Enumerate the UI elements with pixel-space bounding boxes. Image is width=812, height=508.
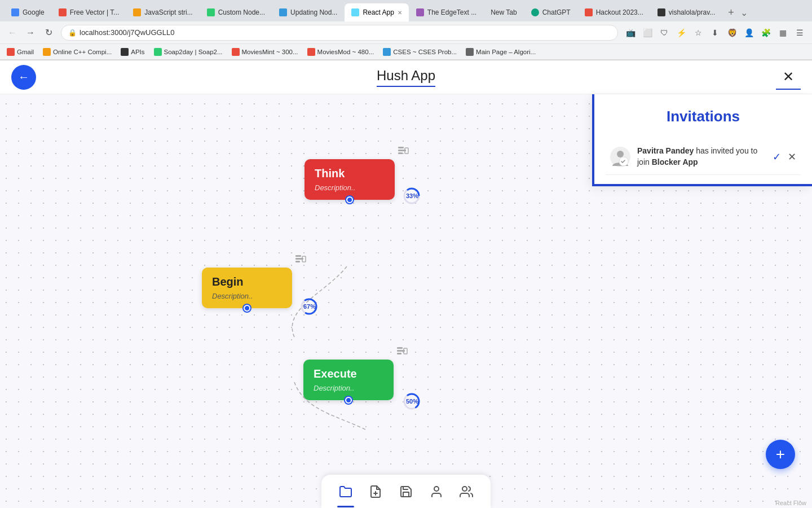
bookmark-soap2day[interactable]: Soap2day | Soap2... [152,47,225,57]
screenshot-button[interactable]: ⬜ [639,25,655,41]
bookmark-icon-moviesmod [307,48,315,56]
nav-bar: ← → ↻ 🔒 localhost:3000/j7QwUGGLL0 📺 ⬜ 🛡 … [0,21,812,44]
bookmark-label-moviesmint: MoviesMint ~ 300... [242,49,298,55]
bookmark-label-apis: APIs [131,49,144,55]
svg-rect-8 [295,261,300,262]
extensions-button[interactable]: 🧩 [758,25,774,41]
toolbar-save-btn[interactable] [395,480,417,503]
tab-vishalola[interactable]: vishalola/prav... [651,3,722,21]
invitation-app: Blocker App [652,157,698,167]
invitation-item: Pavitra Pandey has invited you to join B… [606,139,801,175]
toolbar-file-plus-btn[interactable] [364,480,387,503]
node-think[interactable]: Think Description.. [304,159,395,200]
tab-label-hackout: Hackout 2023... [596,8,643,16]
tab-edgetext[interactable]: The EdgeText ... [409,3,483,21]
toolbar-users-btn[interactable] [455,480,478,503]
bookmark-moviesmint[interactable]: MoviesMint ~ 300... [230,47,301,57]
tab-close-reactapp[interactable]: ✕ [398,10,402,16]
svg-point-21 [462,487,467,491]
tab-label-chatgpt: ChatGPT [542,8,571,16]
invitation-text: Pavitra Pandey has invited you to join B… [637,146,766,168]
tab-label-customnode: Custom Node... [218,8,265,16]
node-execute-desc: Description.. [314,384,383,392]
tab-hackout[interactable]: Hackout 2023... [578,3,650,21]
svg-rect-0 [398,147,404,148]
tab-customnode[interactable]: Custom Node... [200,3,272,21]
bookmark-label-soap2day: Soap2day | Soap2... [164,49,223,55]
bookmark-icon-apis [121,48,129,56]
tab-favicon-chatgpt [531,8,539,16]
close-button[interactable]: ✕ [776,65,801,90]
app-header: ← Hush App ✕ [0,60,812,94]
bookmark-cses[interactable]: CSES ~ CSES Prob... [381,47,459,57]
accept-invitation-button[interactable]: ✓ [773,151,781,163]
toolbar-folder-btn[interactable] [334,480,357,503]
tab-google[interactable]: Google [5,3,51,21]
bookmark-gmail[interactable]: Gmail [5,47,36,57]
tab-favicon-hackout [585,8,593,16]
profile-button[interactable]: 👤 [741,25,757,41]
begin-progress-label: 67% [303,303,316,310]
node-begin-title: Begin [212,275,282,288]
tab-updatingnode[interactable]: Updating Nod... [272,3,344,21]
back-button[interactable]: ← [11,65,36,90]
execute-progress: 50% [401,391,418,411]
tab-newtab[interactable]: New Tab [484,3,523,21]
tab-list-button[interactable]: ⌄ [738,7,750,18]
tab-label-reactapp: React App [363,8,394,16]
node-think-desc: Description.. [315,183,385,192]
forward-nav-button[interactable]: → [23,25,38,41]
refresh-button[interactable]: ↻ [41,25,56,41]
sidebar-button[interactable]: ▦ [775,25,791,41]
tab-reactapp[interactable]: React App ✕ [345,3,408,21]
brave-news-button[interactable]: ⚡ [673,25,689,41]
node-begin-dot [244,305,250,312]
cast-button[interactable]: 📺 [623,25,638,41]
bookmark-label-algo: Main Page – Algori... [476,49,536,55]
node-execute-dot [345,397,352,404]
begin-subtask-icon[interactable] [294,253,307,268]
bookmarks-bar: Gmail Online C++ Compi... APIs Soap2day … [0,44,812,60]
address-bar[interactable]: 🔒 localhost:3000/j7QwUGGLL0 [61,25,618,41]
brave-shield-button[interactable]: 🛡 [656,25,672,41]
new-tab-button[interactable]: + [725,7,738,19]
bookmark-icon-moviesmint [232,48,240,56]
svg-rect-14 [397,353,401,354]
execute-progress-label: 50% [406,398,418,405]
bookmark-button[interactable]: ☆ [690,25,706,41]
bookmark-icon-cses [383,48,391,56]
tab-favicon-customnode [207,8,215,16]
think-progress: 33% [401,186,418,206]
tab-freevector[interactable]: Free Vector | T... [52,3,126,21]
bookmark-label-cpp: Online C++ Compi... [53,49,112,55]
svg-rect-12 [397,347,403,349]
brave-wallet[interactable]: 🦁 [724,25,740,41]
menu-button[interactable]: ☰ [792,25,807,41]
decline-invitation-button[interactable]: ✕ [788,151,796,163]
bookmark-cpp[interactable]: Online C++ Compi... [41,47,114,57]
toolbar-user-btn[interactable] [425,480,448,503]
app-title: Hush App [377,68,435,87]
think-subtask-icon[interactable] [397,144,409,159]
bottom-toolbar [321,475,491,508]
bookmark-label-gmail: Gmail [17,49,34,55]
invitations-title: Invitations [606,108,801,125]
tab-chatgpt[interactable]: ChatGPT [524,3,577,21]
tab-favicon-jsstring [133,8,141,16]
bookmark-algo[interactable]: Main Page – Algori... [464,47,538,57]
download-button[interactable]: ⬇ [707,25,723,41]
tab-jsstring[interactable]: JavaScript stri... [126,3,199,21]
node-execute[interactable]: Execute Description.. [303,360,394,400]
fab-button[interactable]: + [766,440,795,469]
bookmark-apis[interactable]: APIs [118,47,147,57]
execute-subtask-icon[interactable] [396,345,408,360]
node-begin[interactable]: Begin Description.. [202,268,292,308]
back-nav-button[interactable]: ← [5,25,20,41]
svg-point-23 [617,151,624,157]
tab-bar: Google Free Vector | T... JavaScript str… [0,0,812,21]
begin-progress: 67% [299,296,316,317]
browser-chrome: Google Free Vector | T... JavaScript str… [0,0,812,60]
inviter-name: Pavitra Pandey [637,146,694,155]
tab-favicon-freevector [59,8,67,16]
bookmark-moviesmod[interactable]: MoviesMod ~ 480... [305,47,377,57]
